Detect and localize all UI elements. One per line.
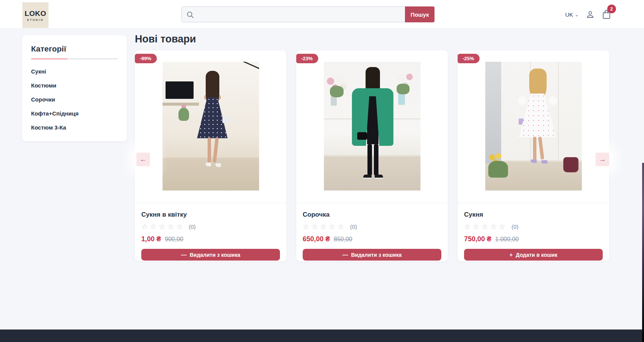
discount-badge: -23% [296,54,318,63]
photo-shape [330,86,344,97]
rating-count: (0) [350,223,357,230]
price-current: 1,00 ₴ [141,235,161,243]
add-to-cart-button[interactable]: + Додати в кошик [464,249,603,261]
product-card: -23% Сорочка [296,50,448,261]
product-carousel: -99% Сукня в квітку ☆☆☆☆☆ [135,50,609,261]
star-rating-icons: ☆☆☆☆☆ [464,223,508,230]
product-rating: ☆☆☆☆☆ (0) [464,223,603,230]
photo-shape [357,132,367,140]
search-input-container [181,6,405,22]
product-prices: 1,00 ₴ 900,00 [141,235,280,243]
photo-shape [208,137,211,163]
product-card: -25% Сукня ☆☆☆☆ [458,50,609,261]
carousel-next-button[interactable]: → [596,153,609,166]
product-photo [485,62,582,191]
product-title[interactable]: Сукня [464,211,603,219]
photo-shape [363,175,372,179]
language-selector[interactable]: UK ⌄ [565,11,579,18]
search-bar: Пошук [181,6,435,22]
brand-logo[interactable]: LOKO STUDIO [22,2,48,28]
sidebar-divider [31,58,118,59]
search-icon [186,11,194,19]
product-image-link[interactable] [458,50,609,203]
photo-shape [531,159,537,163]
product-info: Сукня в квітку ☆☆☆☆☆ (0) 1,00 ₴ 900,00 —… [135,203,286,265]
carousel-prev-button[interactable]: ← [136,153,150,166]
cart-button-label: Видалити з кошика [190,252,241,258]
photo-shape [549,97,557,105]
footer [0,330,644,342]
price-old: 850,00 [334,236,352,243]
cart-button-label: Видалити з кошика [351,252,402,258]
photo-shape [563,157,578,172]
product-rating: ☆☆☆☆☆ (0) [141,223,280,230]
categories-sidebar: Категорії Сукні Костюми Сорочки Кофта+Сп… [22,35,127,141]
header: LOKO STUDIO Пошук UK ⌄ [0,0,644,29]
product-photo [163,62,259,191]
price-current: 750,00 ₴ [464,235,491,243]
category-list: Сукні Костюми Сорочки Кофта+Спідниця Кос… [31,68,118,131]
photo-shape [206,162,211,166]
product-card: -99% Сукня в квітку ☆☆☆☆☆ [135,50,286,261]
photo-shape [375,175,383,179]
photo-shape [222,117,230,123]
photo-shape [488,161,508,178]
product-prices: 750,00 ₴ 1.000,00 [464,235,603,243]
sidebar-item-dresses[interactable]: Сукні [31,68,118,75]
remove-from-cart-button[interactable]: — Видалити з кошика [303,249,441,261]
star-rating-icons: ☆☆☆☆☆ [141,223,185,230]
account-button[interactable] [586,10,595,19]
product-info: Сорочка ☆☆☆☆☆ (0) 650,00 ₴ 850,00 — Вида… [296,203,448,265]
user-icon [586,10,595,19]
photo-shape [178,108,189,121]
photo-shape [374,144,378,175]
product-image-link[interactable] [296,50,448,203]
product-prices: 650,00 ₴ 850,00 [303,235,441,243]
cart-button[interactable]: 2 [602,9,611,20]
remove-from-cart-button[interactable]: — Видалити з кошика [141,249,280,261]
cart-button-label: Додати в кошик [516,252,558,258]
language-label: UK [565,11,573,18]
product-info: Сукня ☆☆☆☆☆ (0) 750,00 ₴ 1.000,00 + Дода… [458,203,609,265]
discount-badge: -25% [458,54,480,63]
sidebar-item-suits[interactable]: Костюми [31,82,118,89]
product-title[interactable]: Сукня в квітку [141,211,280,219]
brand-logo-text: LOKO [25,9,46,18]
photo-shape [163,103,199,106]
discount-badge: -99% [135,54,157,63]
sidebar-item-sweater-skirt[interactable]: Кофта+Спідниця [31,110,118,117]
search-input[interactable] [182,7,405,22]
photo-shape [166,81,194,99]
photo-shape [533,137,536,160]
minus-icon: — [342,252,348,258]
photo-shape [397,84,410,94]
chevron-down-icon: ⌄ [575,12,579,17]
sidebar-item-suit-3pc[interactable]: Костюм 3-Ка [31,124,118,131]
page-title: Нові товари [135,33,196,45]
search-button[interactable]: Пошук [405,6,435,22]
photo-shape [367,144,372,175]
plus-icon: + [510,252,513,258]
price-old: 900,00 [165,236,183,243]
rating-count: (0) [189,223,195,230]
sidebar-title: Категорії [31,44,118,53]
screen-edge-artifact [642,163,644,342]
star-rating-icons: ☆☆☆☆☆ [303,223,346,230]
product-rating: ☆☆☆☆☆ (0) [303,223,441,230]
header-actions: UK ⌄ 2 [565,0,618,29]
price-old: 1.000,00 [495,236,519,243]
arrow-right-icon: → [599,155,606,164]
price-current: 650,00 ₴ [303,235,330,243]
arrow-left-icon: ← [140,155,147,164]
minus-icon: — [181,252,187,258]
product-title[interactable]: Сорочка [303,211,441,219]
photo-shape [558,62,559,161]
sidebar-item-shirts[interactable]: Сорочки [31,96,118,103]
photo-shape [518,97,526,105]
rating-count: (0) [511,223,518,230]
photo-shape [485,62,501,163]
brand-logo-subtext: STUDIO [27,19,44,21]
cart-count-badge: 2 [607,5,616,13]
product-image-link[interactable] [135,50,286,203]
product-photo [324,62,420,191]
